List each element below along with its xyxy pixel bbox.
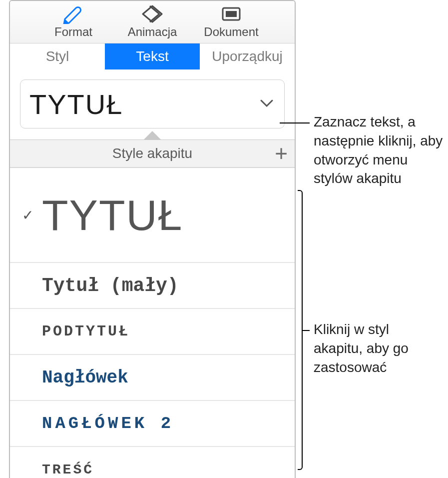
- style-item-podtytul[interactable]: PODTYTUŁ: [10, 309, 295, 355]
- popup-title: Style akapitu: [112, 146, 192, 162]
- style-item-label: TREŚĆ: [39, 462, 283, 478]
- style-item-label: Nagłówek: [39, 368, 283, 388]
- paragraph-styles-popup: Style akapitu + ✓ TYTUŁ Tytuł (mały) POD…: [10, 140, 295, 478]
- popup-arrow-icon: [144, 132, 160, 140]
- paragraph-style-selector[interactable]: TYTUŁ: [20, 80, 285, 128]
- format-label: Format: [54, 25, 92, 39]
- svg-rect-1: [226, 11, 237, 17]
- inspector-subtabs: Styl Tekst Uporządkuj: [10, 43, 295, 70]
- tab-text[interactable]: Tekst: [105, 44, 200, 70]
- current-style-label: TYTUŁ: [29, 88, 123, 120]
- format-tool[interactable]: Format: [41, 4, 106, 39]
- style-item-tytul[interactable]: ✓ TYTUŁ: [10, 168, 295, 263]
- style-item-naglowek[interactable]: Nagłówek: [10, 355, 295, 401]
- diamond-outline-icon: [141, 4, 164, 24]
- style-item-label: Tytuł (mały): [39, 275, 283, 296]
- toolbar: Format Animacja Dokument: [10, 1, 295, 43]
- animate-tool[interactable]: Animacja: [120, 4, 185, 39]
- callout-leader-top: [280, 122, 310, 124]
- document-rect-icon: [220, 4, 243, 24]
- popup-header: Style akapitu +: [10, 140, 295, 168]
- style-item-tresc[interactable]: TREŚĆ: [10, 447, 295, 478]
- style-item-label: NAGŁÓWEK 2: [39, 414, 283, 433]
- tab-style[interactable]: Styl: [10, 44, 105, 70]
- style-item-naglowek2[interactable]: NAGŁÓWEK 2: [10, 401, 295, 447]
- document-tool[interactable]: Dokument: [199, 4, 264, 39]
- paragraph-style-selector-wrap: TYTUŁ: [10, 70, 295, 140]
- brush-icon: [62, 4, 85, 24]
- animate-label: Animacja: [128, 25, 177, 39]
- style-item-tytul-maly[interactable]: Tytuł (mały): [10, 263, 295, 309]
- check-icon: ✓: [22, 207, 39, 224]
- style-list: ✓ TYTUŁ Tytuł (mały) PODTYTUŁ Nagłówek N…: [10, 168, 295, 478]
- callout-bracket: [298, 190, 303, 470]
- style-item-label: TYTUŁ: [39, 194, 283, 236]
- style-item-label: PODTYTUŁ: [39, 323, 283, 340]
- callout-top: Zaznacz tekst, a następnie kliknij, aby …: [314, 112, 444, 188]
- inspector-panel: Format Animacja Dokument Styl Tekst Upor…: [9, 0, 296, 478]
- chevron-down-icon: [259, 98, 274, 110]
- callout-leader-bottom: [303, 330, 310, 331]
- document-label: Dokument: [204, 25, 258, 39]
- callout-bottom: Kliknij w styl akapitu, aby go zastosowa…: [314, 320, 434, 376]
- add-style-button[interactable]: +: [275, 142, 288, 164]
- tab-arrange[interactable]: Uporządkuj: [200, 44, 295, 70]
